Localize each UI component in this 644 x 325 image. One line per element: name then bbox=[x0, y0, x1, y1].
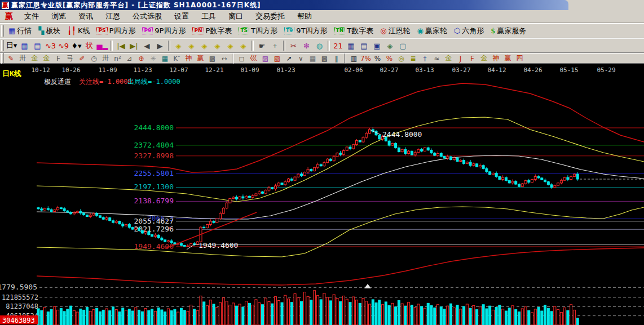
calendar21-button[interactable]: 21 bbox=[332, 40, 345, 52]
target-icon[interactable]: ⊕ bbox=[135, 54, 147, 63]
dense-grid-icon[interactable]: ▩ bbox=[206, 54, 218, 63]
percent-line-icon[interactable]: % bbox=[383, 54, 395, 63]
sectors-button[interactable]: ▚板块 bbox=[35, 25, 64, 37]
winner-service-button[interactable]: $赢家服务 bbox=[487, 25, 530, 37]
draw-pen-icon[interactable]: ✎ bbox=[5, 54, 17, 63]
diamond-hwidth-button[interactable]: ◈ bbox=[198, 40, 211, 52]
save-button[interactable]: ▣ bbox=[370, 40, 383, 52]
menu-item-2[interactable]: 资讯 bbox=[72, 11, 99, 22]
percent-icon[interactable]: % bbox=[372, 54, 383, 63]
wave9-icon[interactable]: ∿9 bbox=[57, 40, 70, 52]
computer-button[interactable]: ▢ bbox=[396, 40, 409, 52]
four-angle-icon[interactable]: 四 bbox=[514, 54, 526, 63]
f-angle-icon[interactable]: F bbox=[466, 54, 478, 63]
grid-arrow-icon[interactable]: ▩ bbox=[319, 54, 330, 63]
scissors-button[interactable]: ✂ bbox=[287, 40, 300, 52]
next-bar-button[interactable]: ▶ bbox=[153, 40, 166, 52]
gold-lines-icon[interactable]: ≣ bbox=[407, 54, 419, 63]
check-line-icon[interactable]: ∨ bbox=[295, 54, 307, 63]
last-bar-button[interactable]: ▶| bbox=[127, 40, 140, 52]
price-scale-icon[interactable]: ▥ bbox=[348, 54, 360, 63]
winner-wheel-button[interactable]: ◉赢家轮 bbox=[414, 25, 451, 37]
diamond-right-button[interactable]: ◈ bbox=[185, 40, 198, 52]
width-arrows-icon[interactable]: ↔ bbox=[218, 54, 230, 63]
menu-item-1[interactable]: 浏览 bbox=[45, 11, 72, 22]
sword-icon[interactable]: † bbox=[419, 54, 431, 63]
percent7-icon[interactable]: 7% bbox=[360, 54, 372, 63]
title-bar[interactable]: 赢 赢家江恩专业版[赢家内部服务平台] - [上证指数 SH1A0001-167… bbox=[0, 0, 644, 10]
calculator-button[interactable]: ▦ bbox=[345, 40, 358, 52]
coil-icon[interactable]: 弓 bbox=[64, 54, 76, 63]
purple-fan-icon[interactable]: ▨ bbox=[259, 54, 271, 63]
diamond-full-button[interactable]: ◈ bbox=[237, 40, 250, 52]
gold-grid-b-icon[interactable]: 金 bbox=[41, 54, 52, 63]
prev-bar-button[interactable]: ◀ bbox=[140, 40, 153, 52]
menu-item-0[interactable]: 文件 bbox=[18, 11, 45, 22]
menu-item-9[interactable]: 帮助 bbox=[291, 11, 318, 22]
p-square-button[interactable]: PSP四方形 bbox=[93, 25, 139, 37]
web-grid-icon[interactable]: ▦ bbox=[159, 54, 171, 63]
candle-body bbox=[67, 211, 69, 212]
circle-gann-icon[interactable]: ◷ bbox=[88, 54, 100, 63]
color-volume-icon[interactable]: ▅▂ bbox=[96, 40, 109, 52]
p9-square-button[interactable]: P99P四方形 bbox=[139, 25, 189, 37]
diamond-compress-button[interactable]: ◈ bbox=[211, 40, 224, 52]
j-angle-icon[interactable]: J bbox=[455, 54, 466, 63]
gold-angle-icon[interactable]: 金 bbox=[478, 54, 490, 63]
wave-channel-icon[interactable]: ≈ bbox=[431, 54, 443, 63]
f-grid-icon[interactable]: F bbox=[52, 54, 64, 63]
red-fan-icon[interactable]: 巛 bbox=[248, 54, 259, 63]
lower-red-channel bbox=[37, 248, 644, 285]
t-table-button[interactable]: TNT数字表 bbox=[331, 25, 377, 37]
diamond-expand-button[interactable]: ◈ bbox=[224, 40, 237, 52]
pattern-icon[interactable]: 状 bbox=[83, 40, 96, 52]
shen-grid-icon[interactable]: 神 bbox=[183, 54, 195, 63]
wave3-icon[interactable]: ∿3 bbox=[44, 40, 57, 52]
t-square-button[interactable]: TST四方形 bbox=[235, 25, 281, 37]
quotes-button[interactable]: ▦行情 bbox=[5, 25, 35, 37]
hand-tool-button[interactable]: ☛ bbox=[255, 40, 268, 52]
gold-mid-icon[interactable]: 金 bbox=[443, 54, 455, 63]
kline-button[interactable]: ╽╿K线 bbox=[64, 25, 93, 37]
gold-grid-a-icon[interactable]: 金 bbox=[29, 54, 41, 63]
t9-square-button[interactable]: T99T四方形 bbox=[281, 25, 331, 37]
shen-angle-icon[interactable]: 神 bbox=[490, 54, 502, 63]
gann-grid-icon[interactable]: 卅 bbox=[17, 54, 29, 63]
menu-item-7[interactable]: 窗口 bbox=[222, 11, 249, 22]
chart-window-icon[interactable]: ▦ bbox=[18, 40, 31, 52]
win-angle-icon[interactable]: 赢 bbox=[502, 54, 514, 63]
menu-item-3[interactable]: 江恩 bbox=[99, 11, 126, 22]
arrow-line-icon[interactable]: ↗ bbox=[283, 54, 295, 63]
period-day-dropdown[interactable]: 日▾ bbox=[5, 40, 18, 52]
gold-circle-icon[interactable]: ◎ bbox=[395, 54, 407, 63]
red-box-fan-icon[interactable]: ▧ bbox=[271, 54, 283, 63]
ruyi-button[interactable]: ❇ bbox=[300, 40, 313, 52]
menu-item-4[interactable]: 公式选股 bbox=[126, 11, 168, 22]
menu-item-8[interactable]: 交易委托 bbox=[249, 11, 291, 22]
crosshair-tool-button[interactable]: ＋ bbox=[268, 40, 281, 52]
k-quote-icon[interactable]: K″ bbox=[171, 54, 183, 63]
notes-button[interactable]: ▤ bbox=[358, 40, 370, 52]
menu-item-6[interactable]: 工具 bbox=[195, 11, 222, 22]
first-bar-button[interactable]: |◀ bbox=[114, 40, 127, 52]
angle-icon[interactable]: ⊿ bbox=[123, 54, 135, 63]
win-grid-icon[interactable]: 赢 bbox=[195, 54, 206, 63]
gann-wheel-button[interactable]: ◎江恩轮 bbox=[377, 25, 413, 37]
gray-grid-icon[interactable]: ▦ bbox=[307, 54, 319, 63]
red-brush-icon[interactable]: ✐ bbox=[76, 54, 88, 63]
parallel-lines-icon[interactable]: ∥ bbox=[330, 54, 342, 63]
export-data-button[interactable]: ◈ bbox=[383, 40, 396, 52]
comb-grid-icon[interactable]: 卅 bbox=[100, 54, 112, 63]
diamond-left-button[interactable]: ◈ bbox=[172, 40, 185, 52]
hexagon-button[interactable]: ⬡六角形 bbox=[451, 25, 487, 37]
brain-button[interactable]: ◍ bbox=[313, 40, 326, 52]
wheel-star-icon[interactable]: ✳ bbox=[147, 54, 159, 63]
chart-area[interactable]: 10-1210-2611-0911-2312-0712-2101-0901-23… bbox=[0, 64, 644, 325]
menu-item-5[interactable]: 设置 bbox=[168, 11, 195, 22]
n-square-icon[interactable]: n² bbox=[112, 54, 123, 63]
p-table-button[interactable]: PNP数字表 bbox=[189, 25, 235, 37]
volume-bar bbox=[314, 291, 316, 325]
candle-style-dropdown[interactable]: ♦▾ bbox=[70, 40, 83, 52]
info-panel-icon[interactable]: ▤ bbox=[31, 40, 44, 52]
frame-tool-icon[interactable]: ◻ bbox=[236, 54, 248, 63]
